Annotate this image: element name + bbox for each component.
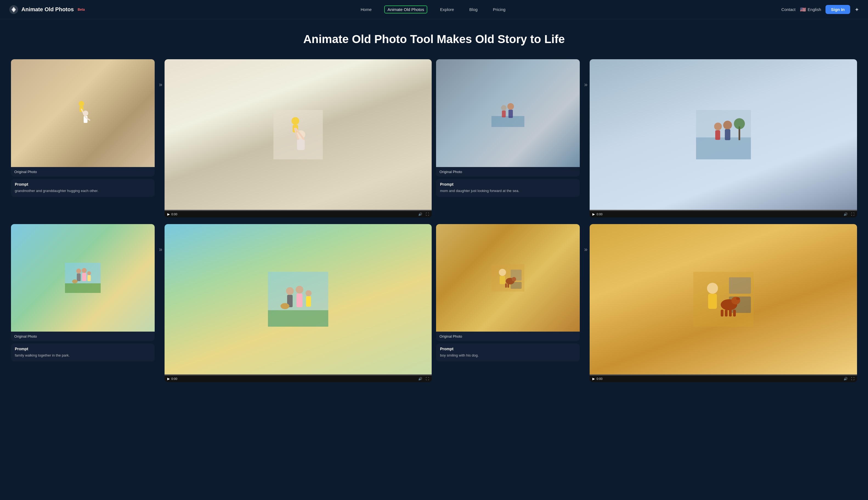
svg-rect-35 [88,275,91,281]
photo-illustration-1 [66,98,99,128]
svg-rect-59 [708,294,717,309]
hero-title: Animate Old Photo Tool Makes Old Story t… [9,32,859,46]
video-thumbnail-4 [590,224,857,374]
flag-icon: 🇺🇸 [800,7,806,13]
video-col-4: » [584,224,857,382]
svg-rect-42 [296,294,302,307]
svg-point-22 [714,123,722,130]
card-pair-4: Original Photo Prompt boy smiling with h… [436,224,580,362]
play-button-2[interactable]: ▶ [592,212,595,216]
photo-label-1: Original Photo [11,167,155,177]
navbar-center: Home Animate Old Photos Explore Blog Pri… [358,5,508,13]
svg-rect-17 [502,111,506,117]
video-controls-3: ▶ 0:00 🔊 ⛶ [164,374,432,382]
svg-point-16 [501,105,506,111]
logo-icon [9,5,19,14]
gallery-row-1: Original Photo Prompt grandmother and gr… [11,59,857,217]
svg-rect-44 [306,296,311,307]
nav-pricing[interactable]: Pricing [490,5,508,13]
video-inner-1 [164,59,432,209]
arrow-4: » [584,224,587,253]
svg-point-39 [286,287,294,295]
fullscreen-icon-4[interactable]: ⛶ [851,377,854,381]
card-pair-3: Original Photo Prompt family walking tog… [11,224,155,362]
svg-point-1 [79,101,84,106]
svg-rect-15 [491,116,524,127]
time-display-4: 0:00 [596,377,602,380]
video-thumbnail-3 [164,224,432,374]
prompt-title-1: Prompt [15,182,151,186]
volume-icon-1[interactable]: 🔊 [418,212,422,216]
volume-icon-3[interactable]: 🔊 [418,377,422,381]
nav-animate[interactable]: Animate Old Photos [384,5,427,13]
beta-badge: Beta [78,8,85,12]
prompt-text-2: mom and daughter just looking forward at… [440,188,576,194]
svg-rect-56 [729,277,751,294]
svg-rect-64 [725,310,728,317]
video-card-2[interactable]: ▶ 0:00 🔊 ⛶ [590,59,857,217]
prompt-title-3: Prompt [15,347,151,351]
original-photo-3 [11,224,155,332]
video-col-3: » [159,224,432,382]
video-card-4[interactable]: ▶ 0:00 🔊 ⛶ [590,224,857,382]
fullscreen-icon-2[interactable]: ⛶ [851,212,854,216]
svg-rect-21 [696,137,751,159]
prompt-card-1: Prompt grandmother and granddaughter hug… [11,179,155,197]
card-pair-1: Original Photo Prompt grandmother and gr… [11,59,155,197]
play-button-1[interactable]: ▶ [167,212,170,216]
svg-point-27 [734,118,745,129]
arrow-2: » [584,59,587,88]
sign-in-button[interactable]: Sign In [825,5,850,14]
svg-point-34 [87,271,91,275]
svg-point-32 [82,268,87,273]
svg-point-58 [707,283,718,294]
prompt-text-4: boy smiling with his dog. [440,353,576,358]
original-photo-1 [11,59,155,167]
play-button-3[interactable]: ▶ [167,377,170,381]
volume-icon-2[interactable]: 🔊 [844,212,848,216]
svg-rect-38 [268,310,328,327]
svg-point-43 [306,290,311,296]
navbar-right: Contact 🇺🇸 English Sign In ✦ [781,5,859,14]
svg-rect-54 [507,283,509,288]
time-display-3: 0:00 [171,377,177,380]
card-pair-2: Original Photo Prompt mom and daughter j… [436,59,580,197]
time-display-2: 0:00 [596,213,602,216]
svg-point-24 [723,121,732,129]
svg-rect-31 [77,273,81,281]
svg-rect-23 [715,130,720,140]
svg-rect-66 [733,310,736,317]
svg-rect-28 [65,283,101,293]
lang-label: English [808,7,821,12]
svg-rect-65 [729,310,732,317]
video-card-1[interactable]: ▶ 0:00 🔊 ⛶ [164,59,432,217]
prompt-title-2: Prompt [440,182,576,186]
video-card-3[interactable]: ▶ 0:00 🔊 ⛶ [164,224,432,382]
nav-home[interactable]: Home [358,5,374,13]
video-col-2: » [584,59,857,217]
prompt-text-1: grandmother and granddaughter hugging ea… [15,188,151,194]
theme-toggle-icon[interactable]: ✦ [855,6,859,13]
time-display-1: 0:00 [171,213,177,216]
play-button-4[interactable]: ▶ [592,377,595,381]
volume-icon-4[interactable]: 🔊 [844,377,848,381]
prompt-title-4: Prompt [440,347,576,351]
original-photo-2 [436,59,580,167]
svg-rect-53 [505,283,507,288]
video-controls-4: ▶ 0:00 🔊 ⛶ [590,374,857,382]
contact-link[interactable]: Contact [781,7,796,12]
nav-explore[interactable]: Explore [437,5,457,13]
video-thumbnail-2 [590,59,857,209]
fullscreen-icon-3[interactable]: ⛶ [426,377,429,381]
photo-card-2: Original Photo [436,59,580,177]
prompt-text-3: family walking together in the park. [15,353,151,358]
gallery-row-2: Original Photo Prompt family walking tog… [11,224,857,382]
svg-rect-33 [82,273,87,281]
photo-card-3: Original Photo [11,224,155,341]
fullscreen-icon-1[interactable]: ⛶ [426,212,429,216]
nav-blog[interactable]: Blog [467,5,480,13]
language-selector[interactable]: 🇺🇸 English [800,7,821,13]
arrow-1: » [159,59,162,88]
video-controls-1: ▶ 0:00 🔊 ⛶ [164,210,432,217]
svg-point-30 [76,269,81,273]
